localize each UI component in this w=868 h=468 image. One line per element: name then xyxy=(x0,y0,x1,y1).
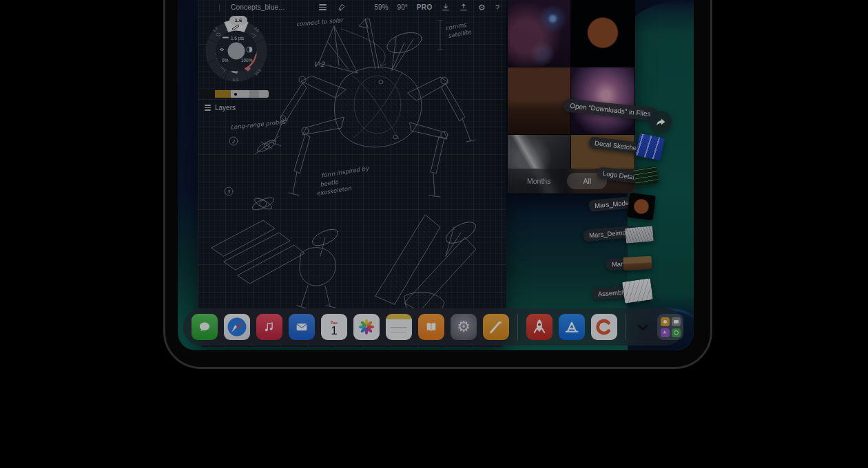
dock-safari-icon[interactable] xyxy=(224,314,250,340)
dock-app-library-icon[interactable]: ★ xyxy=(657,314,683,340)
gear-icon: ⚙ xyxy=(457,319,471,334)
drag-thumb-assembly[interactable] xyxy=(622,278,653,303)
dock-divider xyxy=(517,314,518,340)
share-forward-button[interactable] xyxy=(650,111,672,133)
dock-divider xyxy=(626,314,626,340)
drag-thumb-mars-model[interactable] xyxy=(627,193,656,220)
dock-concepts-icon[interactable] xyxy=(591,314,617,340)
mini-clock-icon xyxy=(672,328,681,337)
notes-lines xyxy=(391,327,407,336)
dock-messages-icon[interactable] xyxy=(192,314,218,340)
drag-thumb-decal-sketches[interactable] xyxy=(635,134,665,161)
stage: connect to solar comms satellite V-2 Lon… xyxy=(0,0,868,468)
dock-mail-icon[interactable] xyxy=(289,314,315,340)
dock-books-icon[interactable] xyxy=(418,314,444,340)
ipad-screen: connect to solar comms satellite V-2 Lon… xyxy=(178,0,694,350)
dock-photos-icon[interactable] xyxy=(353,314,380,340)
mini-camera-icon xyxy=(672,317,681,326)
calendar-day: 1 xyxy=(331,325,337,337)
dock-rocket-icon[interactable] xyxy=(526,314,552,340)
drag-thumb-mars[interactable] xyxy=(623,256,652,270)
app-library-grid: ★ xyxy=(661,317,681,337)
dock-chevron-down-icon[interactable] xyxy=(634,314,651,340)
share-arrow-icon xyxy=(654,115,668,129)
drag-thumb-logo-detail[interactable] xyxy=(632,165,659,187)
mini-tips-icon xyxy=(661,317,670,326)
dock-notes-icon[interactable] xyxy=(386,314,412,340)
drag-thumb-mars-deimos[interactable] xyxy=(625,226,654,243)
dock-app-store-icon[interactable] xyxy=(559,314,585,340)
dock-settings-icon[interactable]: ⚙ xyxy=(451,314,477,340)
dock: Tue 1 xyxy=(183,308,683,345)
dock-sketch-pen-icon[interactable] xyxy=(483,314,509,340)
drop-toast: Open “Downloads” in Files xyxy=(563,98,657,121)
dock-calendar-icon[interactable]: Tue 1 xyxy=(321,314,347,340)
drag-overlay: Open “Downloads” in Files Decal Sketches… xyxy=(178,0,694,350)
dock-music-icon[interactable] xyxy=(256,314,282,340)
mini-star-icon: ★ xyxy=(661,328,670,337)
